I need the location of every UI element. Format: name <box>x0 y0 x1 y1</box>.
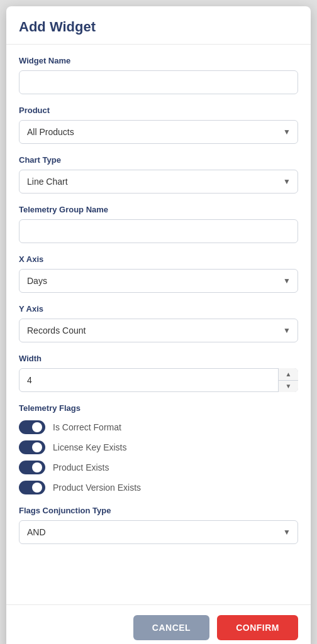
widget-name-label: Widget Name <box>19 56 298 65</box>
width-number-wrapper: ▲ ▼ <box>19 368 298 392</box>
width-input[interactable] <box>19 368 298 392</box>
toggle-license-key: License Key Exists <box>19 440 298 454</box>
confirm-button[interactable]: CONFIRM <box>217 615 298 640</box>
toggle-license-key-label: License Key Exists <box>53 442 127 452</box>
modal-title: Add Widget <box>19 19 298 35</box>
product-group: Product All Products Product A Product B… <box>19 106 298 144</box>
y-axis-select[interactable]: Records Count Unique Users Sessions <box>19 319 298 342</box>
conjunction-group: Flags Conjunction Type AND OR ▼ <box>19 506 298 544</box>
toggle-product-version: Product Version Exists <box>19 481 298 494</box>
product-select[interactable]: All Products Product A Product B <box>19 120 298 144</box>
toggle-product-exists: Product Exists <box>19 461 298 474</box>
x-axis-select-wrapper: Days Weeks Months ▼ <box>19 269 298 293</box>
cancel-button[interactable]: CANCEL <box>133 615 209 640</box>
product-select-wrapper: All Products Product A Product B ▼ <box>19 120 298 144</box>
width-decrement-button[interactable]: ▼ <box>279 381 298 393</box>
toggle-license-key-slider <box>19 440 45 454</box>
chart-type-select-wrapper: Line Chart Bar Chart Pie Chart ▼ <box>19 170 298 194</box>
y-axis-label: Y Axis <box>19 304 298 314</box>
toggle-correct-format-slider <box>19 420 45 434</box>
y-axis-select-wrapper: Records Count Unique Users Sessions ▼ <box>19 319 298 342</box>
width-increment-button[interactable]: ▲ <box>279 368 298 381</box>
telemetry-group-name-group: Telemetry Group Name <box>19 205 298 243</box>
telemetry-group-label: Telemetry Group Name <box>19 205 298 214</box>
modal-body: Widget Name Product All Products Product… <box>6 45 311 604</box>
toggle-correct-format-switch[interactable] <box>19 420 45 434</box>
toggle-product-version-switch[interactable] <box>19 481 45 494</box>
y-axis-group: Y Axis Records Count Unique Users Sessio… <box>19 304 298 342</box>
product-label: Product <box>19 106 298 115</box>
toggle-product-version-label: Product Version Exists <box>53 483 141 493</box>
toggle-group: Is Correct Format License Key Exists Pro… <box>19 420 298 494</box>
toggle-correct-format: Is Correct Format <box>19 420 298 434</box>
width-stepper: ▲ ▼ <box>278 368 298 392</box>
conjunction-select[interactable]: AND OR <box>19 520 298 544</box>
add-widget-modal: Add Widget Widget Name Product All Produ… <box>6 6 311 644</box>
toggle-product-version-slider <box>19 481 45 494</box>
modal-footer: CANCEL CONFIRM <box>6 604 311 644</box>
x-axis-group: X Axis Days Weeks Months ▼ <box>19 254 298 293</box>
toggle-product-exists-label: Product Exists <box>53 462 109 472</box>
toggle-correct-format-label: Is Correct Format <box>53 422 121 432</box>
chart-type-select[interactable]: Line Chart Bar Chart Pie Chart <box>19 170 298 194</box>
x-axis-label: X Axis <box>19 254 298 264</box>
telemetry-flags-group: Telemetry Flags Is Correct Format Licens… <box>19 403 298 494</box>
telemetry-flags-label: Telemetry Flags <box>19 403 298 413</box>
widget-name-group: Widget Name <box>19 56 298 94</box>
modal-header: Add Widget <box>6 6 311 45</box>
chart-type-group: Chart Type Line Chart Bar Chart Pie Char… <box>19 155 298 194</box>
telemetry-group-input[interactable] <box>19 219 298 243</box>
conjunction-label: Flags Conjunction Type <box>19 506 298 515</box>
toggle-product-exists-slider <box>19 461 45 474</box>
toggle-product-exists-switch[interactable] <box>19 461 45 474</box>
widget-name-input[interactable] <box>19 70 298 94</box>
x-axis-select[interactable]: Days Weeks Months <box>19 269 298 293</box>
conjunction-select-wrapper: AND OR ▼ <box>19 520 298 544</box>
width-group: Width ▲ ▼ <box>19 354 298 392</box>
width-label: Width <box>19 354 298 363</box>
toggle-license-key-switch[interactable] <box>19 440 45 454</box>
chart-type-label: Chart Type <box>19 155 298 165</box>
